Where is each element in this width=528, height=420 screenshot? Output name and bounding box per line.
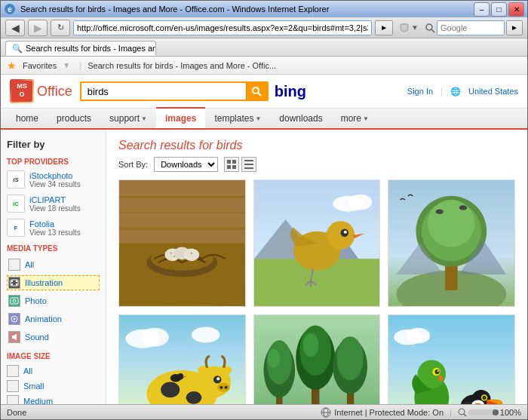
refresh-button[interactable]: ↻ (51, 20, 70, 36)
size-medium-label[interactable]: Medium (23, 397, 53, 404)
media-type-photo[interactable]: Photo (7, 293, 100, 308)
size-small-label[interactable]: Small (23, 382, 45, 391)
nav-bar: home products support ▼ images templates… (1, 109, 527, 130)
header-search-button[interactable] (246, 81, 269, 101)
svg-point-112 (483, 395, 487, 399)
address-input[interactable] (73, 20, 372, 35)
svg-rect-30 (119, 212, 245, 213)
image-item-5[interactable] (253, 314, 381, 404)
svg-rect-25 (244, 164, 253, 165)
window-title: Search results for birds - Images and Mo… (20, 5, 329, 14)
office-logo-text: Office (37, 84, 72, 100)
sidebar: Filter by TOP PROVIDERS iS iStockphoto V… (1, 130, 106, 404)
media-type-all[interactable]: All (7, 257, 100, 272)
svg-rect-18 (12, 336, 14, 339)
media-type-illustration-label[interactable]: Illustration (25, 278, 63, 287)
svg-point-97 (267, 348, 280, 367)
nav-item-downloads[interactable]: downloads (270, 108, 331, 129)
minimize-button[interactable]: – (474, 2, 490, 17)
content-area: MS O Office bing Sign In | 🌐 United Stat… (1, 75, 527, 404)
office-logo-svg: MS O (11, 81, 32, 102)
svg-point-85 (177, 373, 183, 379)
size-all-label[interactable]: All (23, 366, 32, 376)
media-type-animation[interactable]: Animation (7, 311, 100, 326)
svg-rect-14 (11, 298, 18, 304)
nav-support-arrow-icon: ▼ (141, 115, 147, 122)
svg-rect-20 (227, 160, 231, 164)
office-header: MS O Office bing Sign In | 🌐 United Stat… (1, 75, 527, 109)
image-item-2[interactable] (253, 179, 381, 307)
status-bar: Done Internet | Protected Mode: On | 100… (1, 404, 527, 419)
svg-line-3 (431, 29, 434, 32)
size-medium[interactable]: Medium (7, 395, 100, 404)
search-go-button[interactable]: ► (506, 20, 523, 35)
nav-more-label: more (341, 113, 361, 124)
image-item-3[interactable] (388, 179, 515, 307)
iclipart-link[interactable]: iCLIPART (29, 195, 81, 204)
nest-image (119, 180, 245, 306)
svg-point-49 (343, 231, 346, 234)
svg-point-95 (336, 336, 363, 380)
sound-icon-svg (10, 333, 19, 342)
svg-line-8 (258, 93, 261, 96)
svg-point-38 (173, 256, 175, 257)
title-bar-left: e Search results for birds - Images and … (4, 3, 329, 15)
favorites-divider: | (79, 60, 81, 71)
nav-item-more[interactable]: more ▼ (332, 108, 378, 129)
fotolia-icon: F (7, 219, 25, 237)
nav-support-label: support (109, 113, 140, 124)
image-item-4[interactable] (118, 314, 246, 404)
svg-rect-10 (11, 281, 13, 282)
media-type-photo-label[interactable]: Photo (25, 296, 47, 305)
svg-point-98 (302, 333, 318, 357)
header-divider: | (441, 87, 443, 96)
provider-fotolia[interactable]: F Fotolia View 13 results (7, 219, 100, 237)
svg-rect-24 (244, 160, 253, 161)
forward-button[interactable]: ▶ (28, 20, 48, 36)
results-title: Search results for birds (118, 139, 515, 152)
nav-item-home[interactable]: home (7, 108, 48, 129)
favorites-item-birds[interactable]: Search results for birds - Images and Mo… (87, 61, 276, 70)
provider-iclipart[interactable]: iC iCLIPART View 18 results (7, 195, 100, 213)
favorites-arrow-icon: ▼ (63, 61, 70, 69)
nav-item-products[interactable]: products (48, 108, 100, 129)
globe-icon: 🌐 (450, 87, 461, 97)
size-small[interactable]: Small (7, 380, 100, 392)
svg-rect-21 (232, 160, 236, 164)
zoom-slider[interactable] (468, 409, 499, 415)
nav-item-images[interactable]: images (156, 107, 205, 128)
office-logo: MS O Office (10, 79, 72, 103)
media-type-sound-label[interactable]: Sound (25, 333, 49, 342)
media-type-all-label[interactable]: All (25, 260, 34, 269)
svg-rect-29 (119, 196, 245, 198)
sign-in-link[interactable]: Sign In (407, 87, 433, 96)
maximize-button[interactable]: □ (491, 2, 507, 17)
istockphoto-link[interactable]: iStockphoto (29, 171, 81, 180)
view-grid-button[interactable] (224, 157, 239, 172)
svg-point-39 (191, 253, 192, 254)
close-button[interactable]: ✕ (508, 2, 524, 17)
view-list-button[interactable] (241, 157, 256, 172)
search-input[interactable] (437, 20, 505, 35)
sort-select[interactable]: Downloads Relevance Date (154, 157, 218, 172)
go-button[interactable]: ► (375, 20, 393, 35)
media-type-animation-label[interactable]: Animation (25, 314, 62, 323)
region-link[interactable]: United States (468, 87, 518, 96)
zoom-handle[interactable] (493, 409, 499, 415)
nav-item-templates[interactable]: templates ▼ (205, 108, 270, 129)
media-type-illustration[interactable]: Illustration (7, 275, 100, 290)
nav-item-support[interactable]: support ▼ (100, 108, 156, 129)
header-search-input[interactable] (80, 81, 246, 101)
image-item-6[interactable]: (c) 2012, xtremetips.com (388, 314, 515, 404)
media-type-sound[interactable]: Sound (7, 330, 100, 345)
size-all[interactable]: All (7, 365, 100, 377)
back-button[interactable]: ◀ (5, 20, 25, 36)
active-tab[interactable]: 🔍 Search results for birds - Images and … (5, 41, 156, 56)
page-body: Filter by TOP PROVIDERS iS iStockphoto V… (1, 130, 527, 404)
provider-istockphoto[interactable]: iS iStockphoto View 34 results (7, 170, 100, 189)
favorites-label[interactable]: Favorites (23, 61, 57, 70)
image-item-1[interactable] (118, 179, 246, 307)
fotolia-link[interactable]: Fotolia (29, 219, 81, 228)
main-results: Search results for birds Sort By: Downlo… (106, 130, 527, 404)
svg-point-108 (437, 370, 439, 372)
